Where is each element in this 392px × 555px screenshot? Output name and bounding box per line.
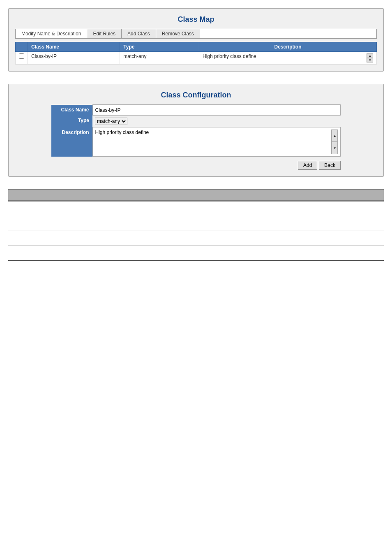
description-scrollbar[interactable]: ▲ ▼ bbox=[331, 130, 338, 154]
bottom-row-1 bbox=[8, 201, 384, 216]
description-wrapper: ▲ ▼ bbox=[95, 130, 338, 154]
description-textarea-cell: ▲ ▼ bbox=[92, 127, 341, 157]
description-label: Description bbox=[51, 127, 92, 157]
col-header-type: Type bbox=[120, 42, 199, 52]
tab-bar: Modify Name & Description Edit Rules Add… bbox=[15, 29, 377, 39]
scroll-down-btn[interactable]: ▼ bbox=[367, 58, 373, 62]
scroll-up-btn[interactable]: ▲ bbox=[367, 53, 373, 58]
bottom-rows-container bbox=[8, 201, 384, 261]
class-config-panel: Class Configuration Class Name Type matc… bbox=[8, 84, 384, 177]
tab-edit[interactable]: Edit Rules bbox=[87, 29, 122, 38]
col-header-class-name: Class Name bbox=[28, 42, 120, 52]
description-row: Description ▲ ▼ bbox=[51, 127, 341, 157]
bottom-row-4 bbox=[8, 246, 384, 261]
button-row: Add Back bbox=[51, 161, 341, 170]
description-scrollbar[interactable]: ▲ ▼ bbox=[367, 53, 373, 62]
bottom-row-3 bbox=[8, 231, 384, 246]
row-class-name: Class-by-IP bbox=[28, 52, 120, 65]
back-button[interactable]: Back bbox=[319, 161, 341, 170]
add-button[interactable]: Add bbox=[298, 161, 317, 170]
bottom-section bbox=[8, 189, 384, 261]
col-header-checkbox bbox=[16, 42, 28, 52]
tab-modify[interactable]: Modify Name & Description bbox=[16, 29, 87, 38]
class-config-title: Class Configuration bbox=[15, 91, 377, 99]
class-map-title: Class Map bbox=[15, 15, 377, 24]
class-name-input-cell bbox=[92, 105, 341, 116]
tab-add[interactable]: Add Class bbox=[122, 29, 156, 38]
row-description-text: High priority class define bbox=[203, 53, 367, 62]
type-row: Type match-any match-all bbox=[51, 116, 341, 127]
bottom-row-2 bbox=[8, 216, 384, 231]
desc-scroll-up[interactable]: ▲ bbox=[332, 130, 338, 142]
class-map-table: Class Name Type Description Class-by-IP … bbox=[15, 42, 377, 65]
type-label: Type bbox=[51, 116, 92, 127]
table-row: Class-by-IP match-any High priority clas… bbox=[16, 52, 377, 65]
row-type: match-any bbox=[120, 52, 199, 65]
type-select[interactable]: match-any match-all bbox=[95, 118, 127, 125]
row-checkbox-cell[interactable] bbox=[16, 52, 28, 65]
description-textarea[interactable] bbox=[95, 130, 332, 154]
class-name-input[interactable] bbox=[95, 107, 338, 113]
class-name-row: Class Name bbox=[51, 105, 341, 116]
class-map-panel: Class Map Modify Name & Description Edit… bbox=[8, 8, 384, 72]
type-select-cell: match-any match-all bbox=[92, 116, 341, 127]
col-header-description: Description bbox=[199, 42, 377, 52]
bottom-header-bar bbox=[8, 189, 384, 201]
row-checkbox[interactable] bbox=[19, 53, 24, 59]
tab-remove[interactable]: Remove Class bbox=[156, 29, 200, 38]
row-description: High priority class define ▲ ▼ bbox=[199, 52, 377, 65]
config-form-table: Class Name Type match-any match-all Desc… bbox=[51, 104, 341, 157]
desc-scroll-down[interactable]: ▼ bbox=[332, 142, 338, 154]
class-name-label: Class Name bbox=[51, 105, 92, 116]
